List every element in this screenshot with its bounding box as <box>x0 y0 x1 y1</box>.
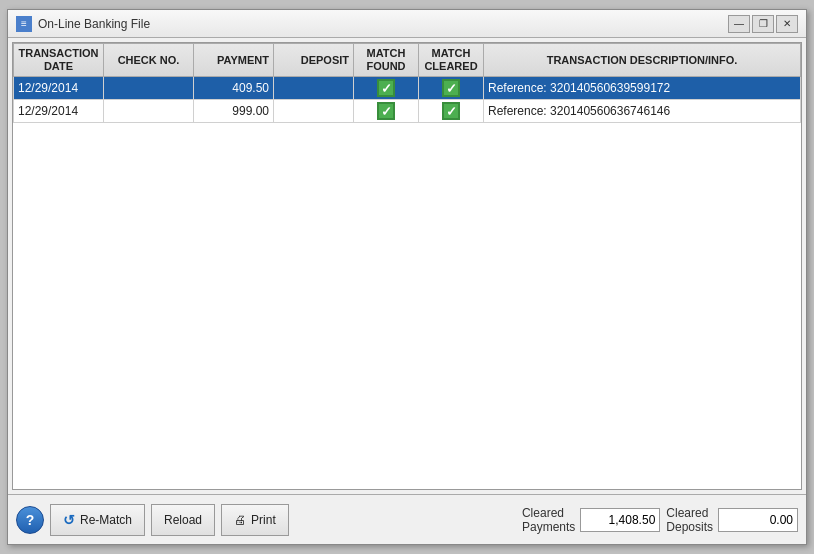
col-header-deposit: DEPOSIT <box>274 44 354 77</box>
minimize-button[interactable]: — <box>728 15 750 33</box>
window-title: On-Line Banking File <box>38 17 150 31</box>
match-found-checkbox <box>377 102 395 120</box>
cell-match-found <box>354 100 419 123</box>
printer-icon: 🖨 <box>234 513 246 527</box>
cleared-deposits-group: ClearedDeposits <box>666 506 798 534</box>
cell-match-cleared <box>419 100 484 123</box>
transactions-table: TRANSACTIONDATE CHECK NO. PAYMENT DEPOSI… <box>13 43 801 123</box>
main-window: ≡ On-Line Banking File — ❐ ✕ TRANSACTION… <box>7 9 807 545</box>
cell-desc: Reference: 320140560639599172 <box>484 77 801 100</box>
cell-match-found <box>354 77 419 100</box>
cell-deposit <box>274 77 354 100</box>
match-cleared-checkbox <box>442 102 460 120</box>
table-container[interactable]: TRANSACTIONDATE CHECK NO. PAYMENT DEPOSI… <box>12 42 802 490</box>
col-header-date: TRANSACTIONDATE <box>14 44 104 77</box>
cleared-payments-input[interactable] <box>580 508 660 532</box>
cleared-payments-group: ClearedPayments <box>522 506 660 534</box>
col-header-check: CHECK NO. <box>104 44 194 77</box>
content-area: TRANSACTIONDATE CHECK NO. PAYMENT DEPOSI… <box>8 38 806 494</box>
match-found-checkbox <box>377 79 395 97</box>
help-button[interactable]: ? <box>16 506 44 534</box>
title-bar-left: ≡ On-Line Banking File <box>16 16 150 32</box>
col-header-payment: PAYMENT <box>194 44 274 77</box>
cell-date: 12/29/2014 <box>14 77 104 100</box>
rematch-button[interactable]: ↺ Re-Match <box>50 504 145 536</box>
footer: ? ↺ Re-Match Reload 🖨 Print ClearedPayme… <box>8 494 806 544</box>
print-label: Print <box>251 513 276 527</box>
match-cleared-checkbox <box>442 79 460 97</box>
title-bar: ≡ On-Line Banking File — ❐ ✕ <box>8 10 806 38</box>
cell-date: 12/29/2014 <box>14 100 104 123</box>
cell-check <box>104 77 194 100</box>
cleared-deposits-label: ClearedDeposits <box>666 506 713 534</box>
table-header-row: TRANSACTIONDATE CHECK NO. PAYMENT DEPOSI… <box>14 44 801 77</box>
restore-button[interactable]: ❐ <box>752 15 774 33</box>
rematch-label: Re-Match <box>80 513 132 527</box>
cell-payment: 999.00 <box>194 100 274 123</box>
cell-desc: Reference: 320140560636746146 <box>484 100 801 123</box>
window-icon: ≡ <box>16 16 32 32</box>
cleared-deposits-input[interactable] <box>718 508 798 532</box>
cell-match-cleared <box>419 77 484 100</box>
cleared-payments-label: ClearedPayments <box>522 506 575 534</box>
cell-check <box>104 100 194 123</box>
close-button[interactable]: ✕ <box>776 15 798 33</box>
title-bar-controls: — ❐ ✕ <box>728 15 798 33</box>
print-button[interactable]: 🖨 Print <box>221 504 289 536</box>
table-row[interactable]: 12/29/2014 999.00 Reference: 32014056063… <box>14 100 801 123</box>
cell-payment: 409.50 <box>194 77 274 100</box>
col-header-match-cleared: MATCHCLEARED <box>419 44 484 77</box>
rematch-icon: ↺ <box>63 512 75 528</box>
table-row[interactable]: 12/29/2014 409.50 Reference: 32014056063… <box>14 77 801 100</box>
cell-deposit <box>274 100 354 123</box>
reload-button[interactable]: Reload <box>151 504 215 536</box>
col-header-desc: TRANSACTION DESCRIPTION/INFO. <box>484 44 801 77</box>
col-header-match-found: MATCHFOUND <box>354 44 419 77</box>
